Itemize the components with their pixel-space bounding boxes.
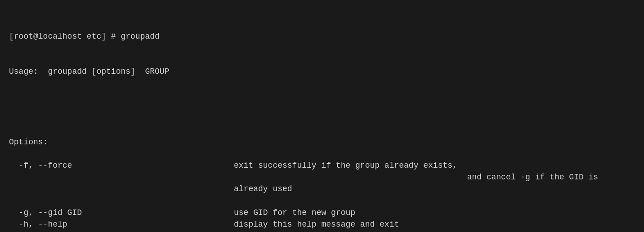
options-header: Options: (9, 136, 635, 148)
usage-line: Usage: groupadd [options] GROUP (9, 66, 635, 77)
option-row: -h, --helpdisplay this help message and … (9, 219, 635, 230)
option-desc: display this help message and exit (234, 219, 635, 230)
blank-line (9, 195, 635, 207)
option-desc: use GID for the new group (234, 207, 635, 219)
option-row: -K, --key KEY=VALUEoverride /etc/login.d… (9, 230, 635, 232)
blank-line-1 (9, 101, 635, 113)
options-table: -f, --forceexit successfully if the grou… (9, 160, 635, 232)
option-row: -f, --forceexit successfully if the grou… (9, 160, 635, 195)
option-row: -g, --gid GIDuse GID for the new group (9, 207, 635, 219)
option-desc: override /etc/login.defs defaults (234, 230, 635, 232)
option-flag: -K, --key KEY=VALUE (9, 230, 234, 232)
option-desc: exit successfully if the group already e… (234, 160, 635, 195)
option-flag: -h, --help (9, 219, 234, 230)
option-flag: -g, --gid GID (9, 207, 234, 219)
terminal: [root@localhost etc] # groupadd Usage: g… (9, 7, 635, 160)
option-flag: -f, --force (9, 160, 234, 195)
prompt-line: [root@localhost etc] # groupadd (9, 31, 635, 42)
